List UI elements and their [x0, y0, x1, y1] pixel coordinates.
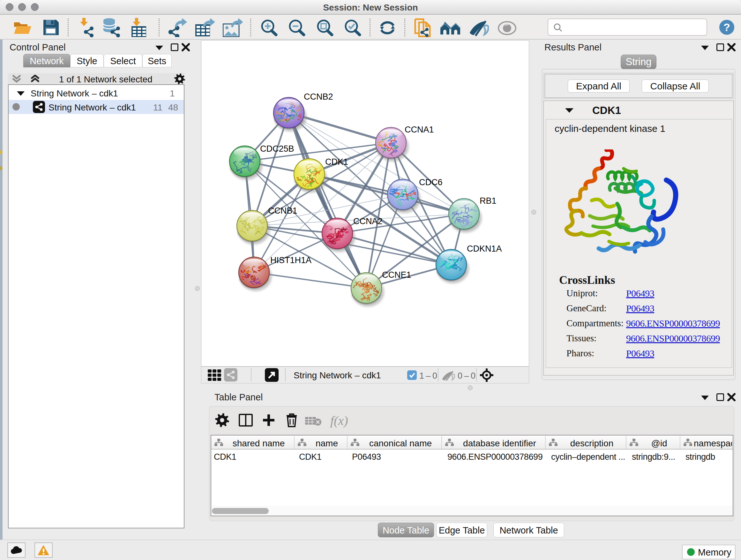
svg-text:CDK1: CDK1: [325, 157, 348, 167]
svg-text:HIST1H1A: HIST1H1A: [270, 255, 312, 265]
svg-text:CDC6: CDC6: [419, 178, 443, 187]
svg-text:CDKN1A: CDKN1A: [467, 244, 502, 253]
svg-text:CCNB2: CCNB2: [304, 92, 333, 102]
svg-text:CCNA2: CCNA2: [353, 216, 383, 226]
svg-text:RB1: RB1: [480, 196, 496, 206]
svg-text:CCNA1: CCNA1: [405, 125, 434, 134]
svg-text:CCNB1: CCNB1: [268, 206, 297, 215]
svg-text:CDC25B: CDC25B: [260, 144, 294, 153]
svg-text:CCNE1: CCNE1: [382, 270, 411, 280]
